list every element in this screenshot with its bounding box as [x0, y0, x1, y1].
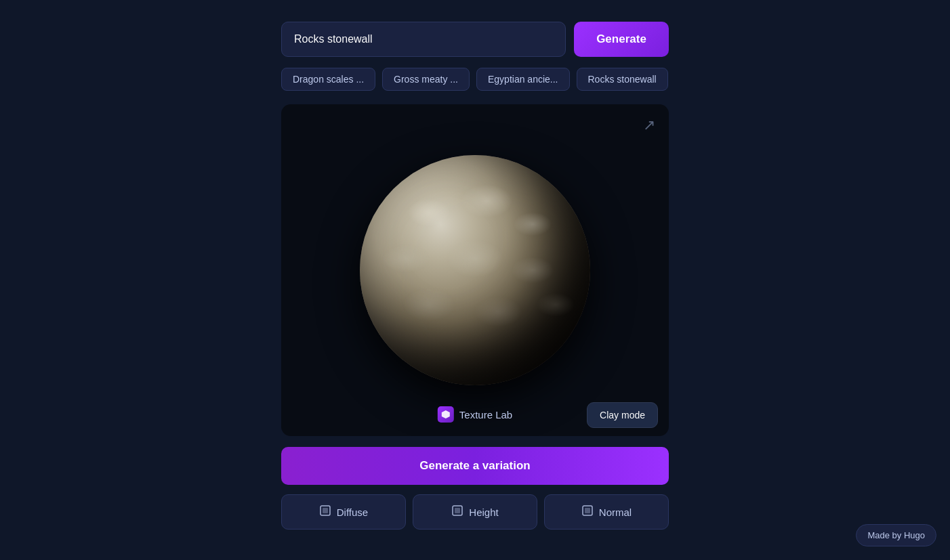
height-icon — [451, 504, 463, 519]
texture-lab-text: Texture Lab — [459, 409, 512, 421]
diffuse-label: Diffuse — [337, 507, 368, 518]
main-container: Generate Dragon scales ... Gross meaty .… — [0, 0, 950, 530]
suggestion-chips: Dragon scales ... Gross meaty ... Egypti… — [281, 68, 669, 91]
preview-container: ↗ Texture Lab Clay mode — [281, 104, 669, 436]
search-input[interactable] — [281, 22, 566, 57]
svg-marker-0 — [442, 410, 450, 418]
chip-dragon-scales[interactable]: Dragon scales ... — [281, 68, 375, 91]
normal-icon — [581, 504, 594, 519]
diffuse-icon — [319, 504, 331, 519]
texture-lab-icon — [438, 406, 454, 423]
texture-sphere — [360, 155, 590, 385]
svg-rect-2 — [323, 508, 328, 513]
top-row: Generate — [281, 22, 669, 57]
normal-label: Normal — [599, 507, 632, 518]
generate-button[interactable]: Generate — [574, 22, 669, 57]
corner-icon: ↗ — [643, 116, 655, 134]
generate-variation-button[interactable]: Generate a variation — [281, 447, 669, 485]
bottom-tabs: Diffuse Height Normal — [281, 494, 669, 530]
tab-height[interactable]: Height — [413, 494, 537, 530]
svg-rect-4 — [455, 508, 460, 513]
chip-egyptian[interactable]: Egyptian ancie... — [476, 68, 570, 91]
sphere-wrapper — [281, 104, 669, 436]
svg-rect-6 — [585, 508, 590, 513]
height-label: Height — [469, 507, 498, 518]
texture-lab-label: Texture Lab — [438, 406, 512, 423]
chip-rocks-stonewall[interactable]: Rocks stonewall — [577, 68, 668, 91]
clay-mode-button[interactable]: Clay mode — [587, 402, 658, 428]
chip-gross-meaty[interactable]: Gross meaty ... — [382, 68, 470, 91]
tab-diffuse[interactable]: Diffuse — [281, 494, 406, 530]
made-by-badge: Made by Hugo — [856, 524, 936, 546]
tab-normal[interactable]: Normal — [544, 494, 669, 530]
